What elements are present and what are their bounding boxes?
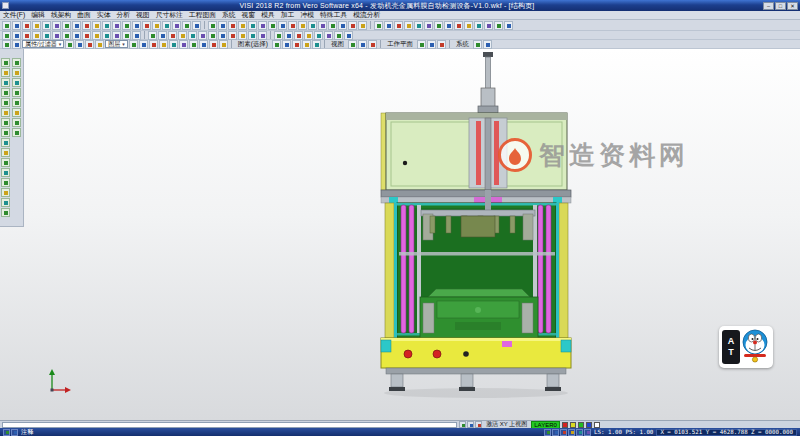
toolbar-icon[interactable] xyxy=(1,158,10,167)
toolbar-icon[interactable] xyxy=(12,128,21,137)
status-icon-group xyxy=(3,429,18,436)
toolbar-icon[interactable] xyxy=(1,88,10,97)
coordinates-readout: X = 0103.521 Y = 4628.788 Z = 0000.000 xyxy=(656,429,797,436)
at-badge-letter-bottom: T xyxy=(728,347,734,358)
toolbar-icon[interactable] xyxy=(467,421,474,428)
layer-color-swatch[interactable] xyxy=(594,422,600,428)
left-toolbar-strip xyxy=(1,58,10,217)
toolbar-icon[interactable] xyxy=(12,58,21,67)
toolbar-icon[interactable] xyxy=(568,429,575,436)
visi-application-window: VISI 2018 R2 from Vero Software x64 - 发动… xyxy=(0,0,800,436)
watermark-logo-icon xyxy=(497,137,533,173)
toolbar-icon[interactable] xyxy=(1,198,10,207)
ucs-axis-triad xyxy=(49,369,71,393)
status-bar: 注释 LS: 1.00 PS: 1.00 X = 0103.521 Y = 46… xyxy=(0,428,800,436)
machine-3d-model[interactable] xyxy=(0,0,800,436)
toolbar-icon[interactable] xyxy=(459,421,466,428)
command-input[interactable] xyxy=(2,422,457,428)
at-badge-icon: A T xyxy=(722,330,740,364)
toolbar-icon[interactable] xyxy=(1,108,10,117)
prompt-label: 注释 xyxy=(21,428,33,436)
toolbar-icon[interactable] xyxy=(12,118,21,127)
toolbar-icon[interactable] xyxy=(1,188,10,197)
toolbar-icon[interactable] xyxy=(576,429,583,436)
toolbar-icon[interactable] xyxy=(1,138,10,147)
toolbar-icon[interactable] xyxy=(552,429,559,436)
toolbar-icon[interactable] xyxy=(3,429,10,436)
toolbar-icon[interactable] xyxy=(1,98,10,107)
toolbar-icon[interactable] xyxy=(1,128,10,137)
toolbar-icon[interactable] xyxy=(1,208,10,217)
corner-badge-card: A T xyxy=(719,326,773,368)
scale-readout: LS: 1.00 PS: 1.00 xyxy=(594,429,653,435)
toolbar-icon[interactable] xyxy=(560,429,567,436)
toolbar-icon[interactable] xyxy=(11,429,18,436)
toolbar-icon[interactable] xyxy=(12,88,21,97)
layer-color-swatch[interactable] xyxy=(586,422,592,428)
snap-toggle-group xyxy=(544,429,591,436)
layer-color-swatch[interactable] xyxy=(578,422,584,428)
toolbar-icon[interactable] xyxy=(1,58,10,67)
layer-color-swatch[interactable] xyxy=(570,422,576,428)
toolbar-icon[interactable] xyxy=(12,78,21,87)
toolbar-icon[interactable] xyxy=(544,429,551,436)
watermark: 智造资料网 xyxy=(497,137,689,173)
status-icon-group xyxy=(459,421,482,428)
left-toolbar-panel xyxy=(0,49,24,227)
toolbar-icon[interactable] xyxy=(475,421,482,428)
toolbar-icon[interactable] xyxy=(12,68,21,77)
toolbar-icon[interactable] xyxy=(12,98,21,107)
watermark-text: 智造资料网 xyxy=(539,138,689,173)
toolbar-icon[interactable] xyxy=(1,168,10,177)
layer-color-swatch[interactable] xyxy=(562,422,568,428)
toolbar-icon[interactable] xyxy=(584,429,591,436)
toolbar-icon[interactable] xyxy=(1,78,10,87)
at-badge-letter-top: A xyxy=(728,336,735,347)
status-row-upper: 激活 XY 上视图 LAYER0 xyxy=(0,420,800,428)
toolbar-icon[interactable] xyxy=(1,68,10,77)
toolbar-icon[interactable] xyxy=(1,148,10,157)
toolbar-icon[interactable] xyxy=(1,178,10,187)
toolbar-icon[interactable] xyxy=(1,118,10,127)
toolbar-icon[interactable] xyxy=(12,108,21,117)
left-toolbar-strip xyxy=(12,58,21,137)
doraemon-icon xyxy=(740,329,770,365)
